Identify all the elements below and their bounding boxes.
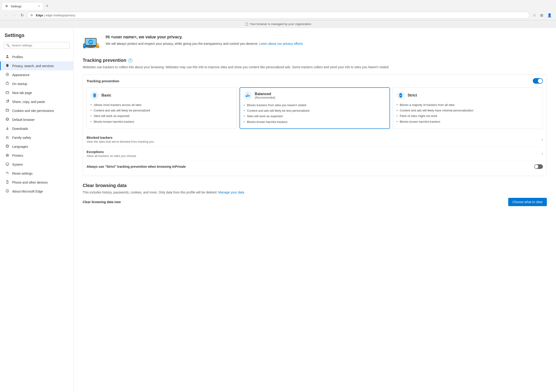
profile-button[interactable]: 👤 [546,12,553,18]
tab-favicon: ⚙ [5,4,9,8]
svg-point-0 [7,55,8,56]
new-tab-button[interactable]: + [44,2,50,10]
tracking-box-header: Tracking prevention [87,78,543,84]
privacy-greeting: Hi <user name>, we value your privacy. [106,35,303,39]
privacy-text: Hi <user name>, we value your privacy. W… [106,35,303,46]
profiles-icon [5,55,9,59]
reload-button[interactable]: ↻ [19,12,25,18]
svg-point-18 [6,145,9,148]
collections-button[interactable]: ⊞ [539,12,545,18]
sidebar-item-default-browser[interactable]: Default browser [0,115,73,124]
strict-feature-4: Blocks known harmful trackers [397,119,539,125]
svg-point-2 [7,74,8,75]
clear-title: Clear browsing data [83,183,547,188]
basic-icon [91,91,99,100]
manage-data-link[interactable]: Manage your data [218,190,244,194]
favorites-button[interactable]: ☆ [532,12,537,18]
system-icon [5,162,9,167]
forward-button[interactable]: → [11,12,17,18]
sidebar-label-system: System [12,163,23,166]
back-button[interactable]: ← [3,12,9,18]
on-startup-icon [5,82,9,86]
toolbar-icons: ☆ ⊞ 👤 [532,12,553,18]
sidebar-title: Settings [0,32,73,42]
search-box[interactable]: 🔍 [4,42,70,49]
svg-rect-43 [246,96,247,97]
svg-rect-32 [85,45,96,47]
privacy-icon [5,64,9,68]
family-safety-icon [5,135,9,140]
exceptions-title: Exceptions [87,150,136,154]
strict-feature-3: Parts of sites might not work [397,113,539,119]
sidebar-item-family-safety[interactable]: Family safety [0,133,73,142]
tab-close-button[interactable]: × [38,5,40,8]
prevention-card-balanced[interactable]: Balanced (Recommended) Blocks trackers f… [239,87,390,129]
sidebar-label-reset: Reset settings [12,172,33,175]
cookies-icon [5,109,9,113]
inprivate-toggle[interactable] [534,164,543,169]
share-copy-icon [5,100,9,104]
basic-title: Basic [101,93,111,97]
about-icon [5,189,9,194]
choose-what-to-clear-button[interactable]: Choose what to clear [508,198,547,206]
sidebar-item-reset[interactable]: Reset settings [0,169,73,178]
sidebar: Settings 🔍 Profiles Privacy, search, and… [0,28,73,392]
sidebar-label-cookies: Cookies and site permissions [12,109,54,113]
sidebar-item-privacy[interactable]: Privacy, search, and services [0,61,73,70]
address-field[interactable]: ⊙ Edge | edge://settings/privacy [27,12,530,19]
balanced-title-area: Balanced (Recommended) [255,92,275,99]
search-icon: 🔍 [6,44,10,47]
org-banner: 📋 Your browser is managed by your organi… [0,20,556,28]
blocked-trackers-row[interactable]: Blocked trackers View the sites that we'… [87,133,543,147]
sidebar-item-profiles[interactable]: Profiles [0,52,73,61]
exceptions-text: Exceptions Allow all trackers on sites y… [87,150,136,158]
org-banner-icon: 📋 [245,22,248,26]
tab-bar: ⚙ Settings × + [0,0,556,10]
sidebar-item-system[interactable]: System [0,160,73,169]
basic-card-header: Basic [91,91,233,100]
sidebar-item-languages[interactable]: Languages [0,142,73,151]
tracking-box-title: Tracking prevention [87,79,119,83]
basic-feature-1: Allows most trackers across all sites [91,102,233,108]
clear-browsing-section: Clear browsing data This includes histor… [83,183,547,206]
search-input[interactable] [12,44,67,47]
clear-now-row: Clear browsing data now Choose what to c… [83,198,547,206]
basic-features: Allows most trackers across all sites Co… [91,102,233,125]
privacy-description: We will always protect and respect your … [106,41,303,46]
strict-card-header: Strict [397,91,539,100]
tracking-toggle[interactable] [533,78,543,84]
prevention-card-strict[interactable]: Strict Blocks a majority of trackers fro… [393,87,543,129]
strict-feature-1: Blocks a majority of trackers from all s… [397,102,539,108]
sidebar-item-downloads[interactable]: Downloads [0,124,73,133]
svg-rect-33 [88,47,93,47]
privacy-learn-link[interactable]: Learn about our privacy efforts [259,42,303,46]
exceptions-row[interactable]: Exceptions Allow all trackers on sites y… [87,147,543,161]
strict-features: Blocks a majority of trackers from all s… [397,102,539,125]
sidebar-item-printers[interactable]: Printers [0,151,73,160]
basic-feature-3: Sites will work as expected [91,113,233,119]
sidebar-item-appearance[interactable]: Appearance [0,70,73,79]
balanced-icon [244,91,252,100]
sidebar-label-share-copy: Share, copy, and paste [12,100,45,104]
basic-feature-4: Blocks known harmful trackers [91,119,233,125]
sidebar-label-about: About Microsoft Edge [12,189,43,193]
sidebar-item-about[interactable]: About Microsoft Edge [0,187,73,196]
blocked-trackers-chevron: › [542,137,543,141]
strict-title: Strict [408,93,417,97]
blocked-trackers-desc: View the sites that we've blocked from t… [87,140,154,143]
sidebar-items-list: Profiles Privacy, search, and services A… [0,52,73,196]
balanced-card-header: Balanced (Recommended) [244,91,386,100]
tracking-help-icon[interactable]: ? [128,58,132,63]
sidebar-item-share-copy[interactable]: Share, copy, and paste [0,97,73,106]
strict-title-area: Strict [408,93,417,97]
blocked-trackers-text: Blocked trackers View the sites that we'… [87,136,154,143]
prevention-card-basic[interactable]: Basic Allows most trackers across all si… [87,87,237,129]
inprivate-row: Always use "Strict" tracking prevention … [87,161,543,172]
basic-feature-2: Content and ads will likely be personali… [91,108,233,113]
sidebar-item-on-startup[interactable]: On startup [0,79,73,88]
sidebar-item-cookies[interactable]: Cookies and site permissions [0,106,73,115]
svg-point-37 [97,46,98,47]
active-tab[interactable]: ⚙ Settings × [2,2,43,10]
sidebar-item-new-tab[interactable]: New tab page [0,88,73,97]
sidebar-item-phone[interactable]: Phone and other devices [0,178,73,187]
